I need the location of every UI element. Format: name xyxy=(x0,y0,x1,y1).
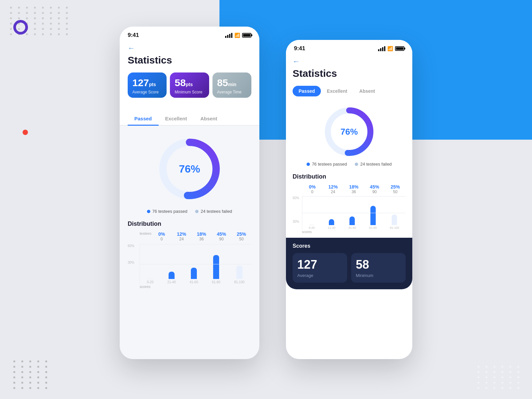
bar-ylabel-60: 60% xyxy=(128,244,140,248)
avg-score-label: Average Score xyxy=(132,90,162,94)
legend-passed: 76 testees passed xyxy=(147,209,188,214)
right-dist-headers: 0% 0 12% 24 18% 36 45% 9 xyxy=(293,184,406,194)
dist-y-label: testees xyxy=(140,231,152,241)
left-lower-content: Passed Excellent Absent xyxy=(120,112,259,297)
right-dist-pct-3: 45% xyxy=(364,184,384,190)
right-scores-section: Scores 127 Average 58 Minimum xyxy=(286,238,412,289)
legend-passed-label: 76 testees passed xyxy=(152,209,188,214)
signal-icon xyxy=(225,33,232,38)
right-bar-chart: 60% 30% 0-20 21-40 xyxy=(293,196,406,229)
bar-range-0: 0-20 xyxy=(147,280,154,284)
dist-count-3: 90 xyxy=(211,237,231,241)
bar-2: 41-60 xyxy=(190,268,198,284)
dist-col-1: 12% 24 xyxy=(172,231,192,241)
right-tab-passed[interactable]: Passed xyxy=(293,86,321,96)
right-legend-passed-label: 76 testees passed xyxy=(312,162,347,167)
dist-col-2: 18% 36 xyxy=(192,231,211,241)
right-dist-col-4: 25% 50 xyxy=(385,184,405,194)
left-status-bar: 9:41 📶 xyxy=(120,27,259,41)
bar-0: 0-20 xyxy=(147,279,154,284)
dist-pct-2: 18% xyxy=(192,231,211,237)
right-bars: 0-20 21-40 41-60 61-80 xyxy=(302,196,406,229)
scores-card-min: 58 Minimum xyxy=(351,253,406,283)
bar-1: 21-40 xyxy=(167,272,176,284)
tab-passed-left[interactable]: Passed xyxy=(128,112,159,126)
right-bar-ylabels: 60% 30% xyxy=(293,196,302,229)
right-legend-dot-passed xyxy=(307,163,310,166)
left-back-button[interactable]: ← xyxy=(128,44,251,53)
right-legend-failed: 24 testees failed xyxy=(355,162,392,167)
scores-title: Scores xyxy=(293,243,406,249)
right-legend-failed-label: 24 testees failed xyxy=(360,162,392,167)
left-bars: 0-20 21-40 41-60 xyxy=(140,244,251,284)
scores-cards-row: 127 Average 58 Minimum xyxy=(293,253,406,283)
dist-col-4: 25% 50 xyxy=(231,231,251,241)
time-unit: min xyxy=(228,82,236,87)
right-donut-pct: 76% xyxy=(340,127,358,137)
dist-count-2: 36 xyxy=(192,237,211,241)
left-distribution: Distribution testees 0% 0 12% 24 xyxy=(128,220,251,289)
right-bar-range-0: 0-20 xyxy=(309,226,315,229)
avg-score-unit: pts xyxy=(149,82,156,87)
left-dist-headers: testees 0% 0 12% 24 18% 36 xyxy=(128,231,251,241)
right-dist-title: Distribution xyxy=(293,173,406,180)
score-card-average: 127pts Average Score xyxy=(128,72,167,98)
bar-range-4: 81-100 xyxy=(234,280,244,284)
tab-absent-left[interactable]: Absent xyxy=(194,112,224,126)
dist-x-label: scores xyxy=(128,285,251,289)
right-distribution: Distribution 0% 0 12% 24 18% 36 xyxy=(293,173,406,234)
right-tab-excellent[interactable]: Excellent xyxy=(321,86,353,96)
right-tab-absent[interactable]: Absent xyxy=(353,86,381,96)
right-back-button[interactable]: ← xyxy=(293,57,406,66)
right-dist-col-2: 18% 36 xyxy=(344,184,364,194)
left-dist-title: Distribution xyxy=(128,220,251,227)
legend-dot-passed xyxy=(147,210,150,213)
bar-range-1: 21-40 xyxy=(167,280,176,284)
right-tabs: Passed Excellent Absent xyxy=(293,86,406,96)
dist-count-4: 50 xyxy=(231,237,251,241)
right-bar-0: 0-20 xyxy=(309,225,315,229)
left-time: 9:41 xyxy=(128,32,139,39)
min-score-unit: pts xyxy=(186,82,193,87)
scores-min-label: Minimum xyxy=(356,273,401,278)
dist-pct-3: 45% xyxy=(211,231,231,237)
right-time: 9:41 xyxy=(294,45,305,52)
right-bar-range-4: 81-100 xyxy=(390,226,399,229)
right-header-content: ← Statistics Passed Excellent Absent xyxy=(286,55,412,238)
right-page-title: Statistics xyxy=(293,68,406,79)
right-dist-pct-2: 18% xyxy=(344,184,364,190)
dist-pct-1: 12% xyxy=(172,231,192,237)
dist-pct-4: 25% xyxy=(231,231,251,237)
scores-card-avg: 127 Average xyxy=(293,253,347,283)
right-bar-range-2: 41-60 xyxy=(348,226,356,229)
dist-col-3: 45% 90 xyxy=(211,231,231,241)
right-dist-col-headers: 0% 0 12% 24 18% 36 45% 9 xyxy=(302,184,406,194)
right-bar-1: 21-40 xyxy=(328,219,335,229)
left-bar-ylabels: 60% 30% xyxy=(128,244,140,284)
right-battery-icon xyxy=(395,46,404,51)
bar-3: 61-80 xyxy=(212,255,220,284)
wifi-icon: 📶 xyxy=(234,33,240,38)
time-label: Average Time xyxy=(217,90,247,94)
right-dist-count-2: 36 xyxy=(344,190,364,194)
left-bar-chart: 60% 30% 0-20 xyxy=(128,244,251,284)
right-bar-range-3: 61-80 xyxy=(369,226,377,229)
scores-min-value: 58 xyxy=(356,258,401,272)
left-tabs: Passed Excellent Absent xyxy=(120,112,259,126)
time-value: 85 xyxy=(217,77,228,88)
left-donut-pct: 76% xyxy=(179,163,200,175)
right-legend: 76 testees passed 24 testees failed xyxy=(293,162,406,167)
right-bar-3: 61-80 xyxy=(369,206,377,229)
right-dist-count-1: 24 xyxy=(323,190,343,194)
right-legend-passed: 76 testees passed xyxy=(307,162,347,167)
right-dist-pct-0: 0% xyxy=(302,184,322,190)
min-score-value: 58 xyxy=(175,77,186,88)
left-header-content: ← Statistics 127pts Average Score 58pts … xyxy=(120,41,259,112)
bar-ylabel-30: 30% xyxy=(128,261,140,264)
phones-wrapper: 9:41 📶 ← Statistics 127p xyxy=(0,27,532,359)
tab-excellent-left[interactable]: Excellent xyxy=(159,112,194,126)
dist-col-0: 0% 0 xyxy=(152,231,172,241)
left-score-cards: 127pts Average Score 58pts Minimum Score… xyxy=(128,72,251,98)
left-phone: 9:41 📶 ← Statistics 127p xyxy=(120,27,259,359)
right-dist-count-3: 90 xyxy=(364,190,384,194)
